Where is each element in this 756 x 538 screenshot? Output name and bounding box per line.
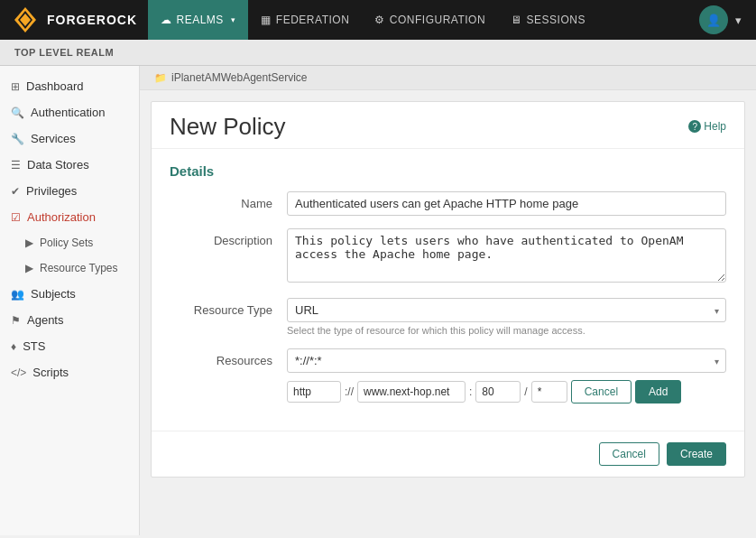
nav-configuration-label: CONFIGURATION — [390, 14, 485, 26]
cancel-button[interactable]: Cancel — [599, 442, 659, 466]
nav-sessions[interactable]: 🖥 SESSIONS — [498, 0, 598, 40]
nav-realms[interactable]: ☁ REALMS ▾ — [148, 0, 248, 40]
policy-sets-icon: ▶ — [25, 237, 33, 249]
description-label: Description — [170, 228, 287, 247]
agents-icon: ⚑ — [11, 314, 21, 327]
sidebar-label-services: Services — [31, 132, 76, 145]
help-label: Help — [704, 120, 726, 133]
resource-add-button[interactable]: Add — [635, 380, 681, 404]
sidebar-item-sts[interactable]: ♦ STS — [0, 333, 139, 359]
sidebar-label-authorization: Authorization — [27, 210, 96, 224]
sidebar-item-agents[interactable]: ⚑ Agents — [0, 307, 139, 333]
authorization-icon: ☑ — [11, 211, 21, 224]
page-container: New Policy ? Help Details Name — [151, 101, 745, 478]
nav-federation-label: FEDERATION — [276, 14, 349, 26]
sidebar-item-privileges[interactable]: ✔ Privileges — [0, 178, 139, 204]
page-footer: Cancel Create — [152, 431, 744, 477]
nav-sessions-label: SESSIONS — [527, 14, 585, 26]
main-content: 📁 iPlanetAMWebAgentService New Policy ? … — [140, 66, 756, 535]
page-header: New Policy ? Help — [152, 102, 744, 149]
help-link[interactable]: ? Help — [688, 120, 726, 133]
nav-right: 👤 ▾ — [699, 5, 745, 34]
resources-select[interactable]: *://*:* — [287, 348, 726, 373]
resource-type-select-wrapper: URL REST ▾ — [287, 298, 726, 322]
sidebar-item-authorization[interactable]: ☑ Authorization — [0, 204, 139, 230]
resources-select-wrapper: *://*:* ▾ — [287, 348, 726, 373]
resource-types-icon: ▶ — [25, 262, 33, 274]
services-icon: 🔧 — [11, 133, 24, 145]
resources-label: Resources — [170, 348, 287, 367]
gear-icon: ⚙ — [374, 14, 385, 26]
resource-type-helper: Select the type of resource for which th… — [287, 325, 726, 336]
subjects-icon: 👥 — [11, 288, 24, 301]
sidebar-label-sts: STS — [23, 339, 45, 353]
resource-protocol-input[interactable] — [287, 381, 341, 403]
sidebar: ⊞ Dashboard 🔍 Authentication 🔧 Services … — [0, 66, 140, 535]
resource-cancel-button[interactable]: Cancel — [571, 380, 632, 404]
sidebar-item-scripts[interactable]: </> Scripts — [0, 359, 139, 385]
resource-type-select[interactable]: URL REST — [287, 298, 726, 322]
logo: FORGEROCK — [11, 5, 137, 34]
nav-configuration[interactable]: ⚙ CONFIGURATION — [362, 0, 498, 40]
main-layout: ⊞ Dashboard 🔍 Authentication 🔧 Services … — [0, 66, 756, 535]
sidebar-label-agents: Agents — [27, 313, 63, 327]
section-title: Details — [170, 163, 726, 179]
resource-path-input[interactable] — [531, 381, 567, 403]
sidebar-label-authentication: Authentication — [31, 106, 105, 119]
name-control — [287, 191, 726, 216]
user-avatar-button[interactable]: 👤 — [699, 5, 728, 34]
scripts-icon: </> — [11, 366, 26, 379]
form-section: Details Name Description This policy let… — [152, 149, 744, 431]
sts-icon: ♦ — [11, 340, 16, 353]
nav-realms-label: REALMS — [177, 14, 224, 26]
resources-control: *://*:* ▾ :// : / Cancel — [287, 348, 726, 404]
sidebar-item-data-stores[interactable]: ☰ Data Stores — [0, 152, 139, 178]
privileges-icon: ✔ — [11, 185, 20, 198]
resource-input-row: :// : / Cancel Add — [287, 380, 726, 404]
resource-type-row: Resource Type URL REST ▾ Select the type… — [170, 298, 726, 336]
sidebar-label-data-stores: Data Stores — [27, 158, 89, 172]
sidebar-item-services[interactable]: 🔧 Services — [0, 125, 139, 152]
help-icon: ? — [688, 120, 701, 133]
data-stores-icon: ☰ — [11, 159, 21, 172]
page-title: New Policy — [170, 113, 286, 141]
federation-icon: ▦ — [261, 14, 272, 26]
sidebar-item-resource-types[interactable]: ▶ Resource Types — [0, 255, 139, 281]
sidebar-label-policy-sets: Policy Sets — [40, 237, 93, 249]
sidebar-item-subjects[interactable]: 👥 Subjects — [0, 281, 139, 307]
sidebar-item-policy-sets[interactable]: ▶ Policy Sets — [0, 230, 139, 255]
resource-type-label: Resource Type — [170, 298, 287, 317]
description-input[interactable]: This policy lets users who have authenti… — [287, 228, 726, 283]
description-control: This policy lets users who have authenti… — [287, 228, 726, 285]
description-row: Description This policy lets users who h… — [170, 228, 726, 285]
resource-sep1: :// — [345, 385, 354, 398]
top-nav: FORGEROCK ☁ REALMS ▾ ▦ FEDERATION ⚙ CONF… — [0, 0, 756, 40]
name-input[interactable] — [287, 191, 726, 216]
authentication-icon: 🔍 — [11, 107, 24, 119]
realm-bar: TOP LEVEL REALM — [0, 40, 756, 66]
logo-text: FORGEROCK — [47, 13, 137, 27]
sidebar-label-scripts: Scripts — [32, 366, 69, 379]
resource-port-input[interactable] — [475, 381, 521, 403]
sidebar-item-dashboard[interactable]: ⊞ Dashboard — [0, 73, 139, 99]
cloud-icon: ☁ — [161, 14, 172, 26]
sidebar-label-dashboard: Dashboard — [26, 79, 84, 93]
resources-row: Resources *://*:* ▾ :// : — [170, 348, 726, 404]
dashboard-icon: ⊞ — [11, 80, 20, 93]
sidebar-label-resource-types: Resource Types — [40, 262, 118, 274]
sidebar-label-privileges: Privileges — [26, 184, 77, 198]
realm-label: TOP LEVEL REALM — [14, 47, 114, 58]
create-button[interactable]: Create — [667, 442, 726, 466]
name-row: Name — [170, 191, 726, 216]
nav-federation[interactable]: ▦ FEDERATION — [248, 0, 362, 40]
resource-host-input[interactable] — [357, 381, 466, 403]
logo-icon — [11, 5, 40, 34]
realms-caret-icon: ▾ — [231, 15, 236, 24]
breadcrumb-icon: 📁 — [154, 72, 167, 84]
name-label: Name — [170, 191, 287, 210]
user-menu-caret[interactable]: ▾ — [732, 10, 745, 31]
sidebar-item-authentication[interactable]: 🔍 Authentication — [0, 99, 139, 125]
breadcrumb: 📁 iPlanetAMWebAgentService — [140, 66, 756, 90]
sidebar-label-subjects: Subjects — [31, 287, 76, 301]
resource-type-control: URL REST ▾ Select the type of resource f… — [287, 298, 726, 336]
